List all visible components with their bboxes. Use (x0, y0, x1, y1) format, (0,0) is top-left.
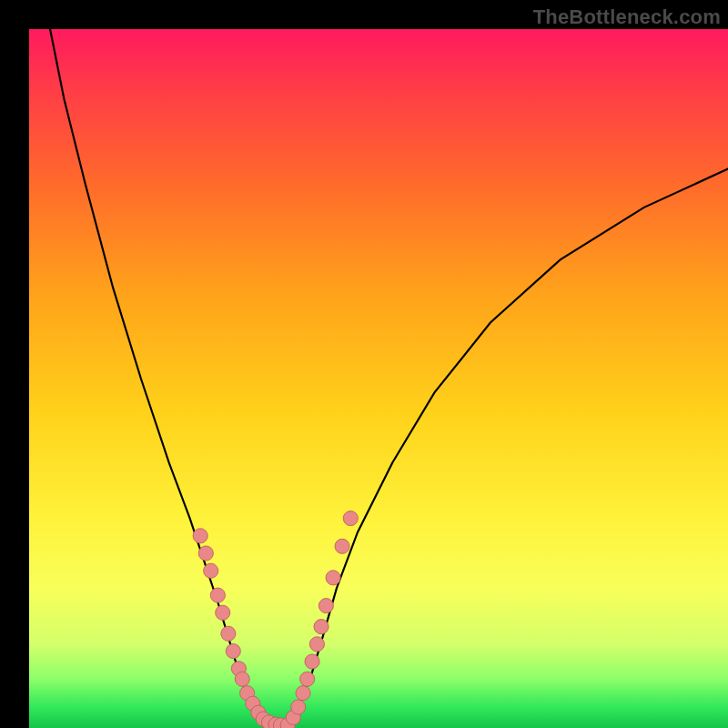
dot-cluster-left (193, 529, 288, 728)
data-dot (198, 546, 213, 561)
data-dot (210, 588, 225, 602)
data-dot (291, 700, 306, 714)
curve-layer (29, 29, 728, 728)
dot-cluster-right (280, 511, 358, 728)
data-dot (300, 672, 315, 686)
data-dot (314, 620, 329, 634)
data-dot (309, 637, 324, 652)
data-dot (204, 563, 218, 578)
data-dot (216, 605, 230, 620)
watermark-text: TheBottleneck.com (533, 5, 721, 29)
plot-area (29, 29, 728, 728)
data-dot (221, 626, 236, 641)
data-dot (326, 571, 340, 585)
data-dot (193, 529, 207, 543)
data-dot (335, 539, 349, 553)
chart-frame: TheBottleneck.com (0, 0, 728, 728)
data-dot (235, 672, 249, 686)
curve-left-branch (50, 29, 267, 726)
data-dot (296, 686, 310, 701)
curve-right-branch (288, 169, 728, 726)
data-dot (226, 643, 240, 658)
data-dot (343, 511, 358, 526)
data-dot (305, 654, 319, 669)
data-dot (318, 599, 333, 613)
